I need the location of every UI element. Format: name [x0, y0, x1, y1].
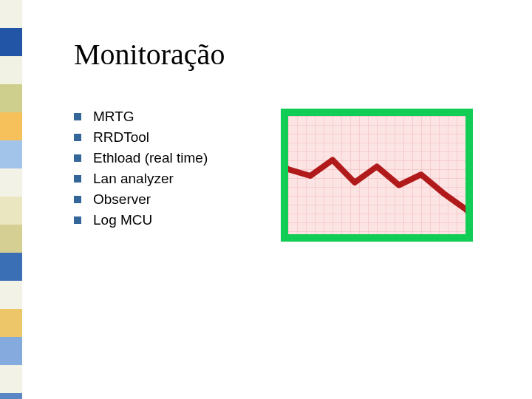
stripe-segment	[0, 393, 22, 399]
stripe-segment	[0, 197, 22, 225]
bullet-text: Ethload (real time)	[93, 150, 208, 166]
stripe-segment	[0, 337, 22, 365]
list-item: Observer	[74, 191, 251, 208]
grid-icon	[288, 116, 466, 234]
body-row: MRTGRRDToolEthload (real time)Lan analyz…	[74, 109, 502, 242]
bullet-square-icon	[74, 216, 81, 224]
stripe-segment	[0, 168, 22, 197]
stripe-segment	[0, 281, 22, 309]
stripe-segment	[0, 84, 22, 112]
bullet-square-icon	[74, 154, 81, 162]
stripe-segment	[0, 28, 22, 56]
chart-grid	[288, 116, 466, 234]
list-item: Lan analyzer	[74, 171, 251, 187]
bullet-square-icon	[74, 134, 81, 141]
slide-content: Monitoração MRTGRRDToolEthload (real tim…	[74, 37, 502, 369]
decorative-stripes	[0, 0, 22, 399]
stripe-segment	[0, 253, 22, 281]
stripe-segment	[0, 140, 22, 168]
bullet-text: Observer	[93, 191, 151, 208]
chart-frame	[281, 109, 473, 242]
bullet-text: RRDTool	[93, 129, 149, 146]
bullet-list: MRTGRRDToolEthload (real time)Lan analyz…	[74, 109, 251, 233]
stripe-segment	[0, 112, 22, 140]
list-item: MRTG	[74, 109, 251, 125]
svg-rect-0	[288, 116, 466, 234]
list-item: RRDTool	[74, 129, 251, 146]
list-item: Ethload (real time)	[74, 150, 251, 166]
bullet-text: MRTG	[93, 109, 134, 125]
stripe-segment	[0, 56, 22, 84]
bullet-square-icon	[74, 196, 81, 203]
stripe-segment	[0, 365, 22, 393]
bullet-square-icon	[74, 175, 81, 183]
list-item: Log MCU	[74, 212, 251, 228]
stripe-segment	[0, 225, 22, 253]
stripe-segment	[0, 0, 22, 28]
bullet-text: Lan analyzer	[93, 171, 174, 187]
bullet-text: Log MCU	[93, 212, 152, 228]
slide-title: Monitoração	[74, 37, 502, 72]
bullet-square-icon	[74, 113, 81, 120]
stripe-segment	[0, 309, 22, 337]
